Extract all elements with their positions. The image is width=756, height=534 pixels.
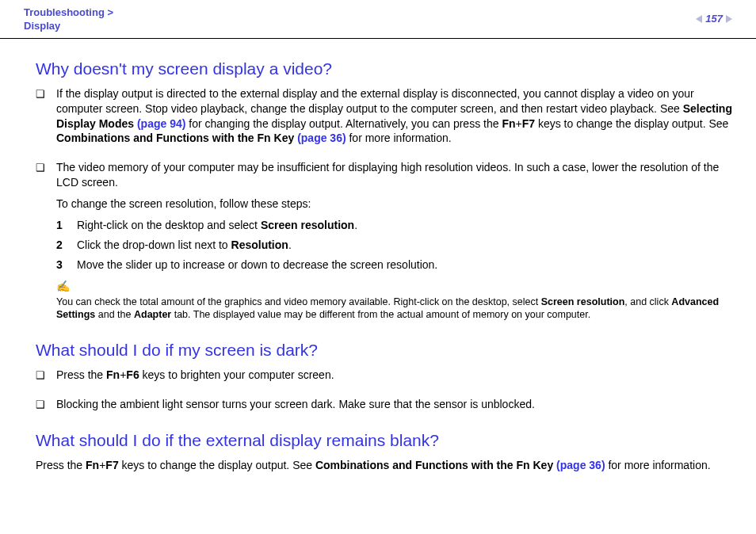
step-row: 2 Click the drop-down list next to Resol… bbox=[56, 238, 732, 253]
next-page-icon[interactable] bbox=[726, 15, 732, 23]
page-nav: 157 bbox=[696, 6, 732, 25]
question-heading-2: What should I do if my screen is dark? bbox=[36, 341, 732, 360]
bullet-body: Press the Fn+F6 keys to brighten your co… bbox=[56, 368, 732, 389]
step-row: 3 Move the slider up to increase or down… bbox=[56, 257, 732, 273]
paragraph: Press the Fn+F6 keys to brighten your co… bbox=[56, 368, 732, 383]
step-text: Right-click on the desktop and select Sc… bbox=[77, 218, 357, 233]
paragraph: Press the Fn+F7 keys to change the displ… bbox=[36, 458, 732, 473]
paragraph: The video memory of your computer may be… bbox=[56, 160, 732, 190]
note-text: You can check the total amount of the gr… bbox=[56, 296, 732, 322]
bullet-body: Blocking the ambient light sensor turns … bbox=[56, 397, 732, 418]
paragraph: To change the screen resolution, follow … bbox=[56, 196, 732, 212]
paragraph: If the display output is directed to the… bbox=[56, 86, 732, 147]
bullet-body: The video memory of your computer may be… bbox=[56, 160, 732, 328]
step-number: 2 bbox=[56, 238, 66, 253]
steps-list: 1 Right-click on the desktop and select … bbox=[56, 218, 732, 273]
step-text: Move the slider up to increase or down t… bbox=[77, 257, 437, 273]
step-number: 1 bbox=[56, 218, 66, 233]
list-item: ❑ Blocking the ambient light sensor turn… bbox=[36, 397, 732, 418]
page-number: 157 bbox=[705, 13, 723, 25]
list-item: ❑ Press the Fn+F6 keys to brighten your … bbox=[36, 368, 732, 389]
page-link-36[interactable]: (page 36) bbox=[297, 132, 346, 144]
step-text: Click the drop-down list next to Resolut… bbox=[77, 238, 292, 253]
breadcrumb: Troubleshooting > Display bbox=[24, 6, 113, 33]
question-heading-3: What should I do if the external display… bbox=[36, 431, 732, 450]
note-icon: ✍ bbox=[56, 279, 732, 294]
step-row: 1 Right-click on the desktop and select … bbox=[56, 218, 732, 233]
bullet-icon: ❑ bbox=[36, 398, 45, 418]
page-link-94[interactable]: (page 94) bbox=[137, 117, 185, 130]
paragraph: Blocking the ambient light sensor turns … bbox=[56, 397, 732, 412]
step-number: 3 bbox=[56, 257, 66, 273]
breadcrumb-bottom: Display bbox=[24, 20, 113, 33]
list-item: ❑ If the display output is directed to t… bbox=[36, 86, 732, 153]
bullet-icon: ❑ bbox=[36, 368, 45, 389]
bullet-body: If the display output is directed to the… bbox=[56, 86, 732, 153]
question-heading-1: Why doesn't my screen display a video? bbox=[36, 59, 732, 78]
bullet-icon: ❑ bbox=[36, 161, 45, 328]
page-header: Troubleshooting > Display 157 bbox=[0, 0, 756, 39]
prev-page-icon[interactable] bbox=[696, 15, 702, 23]
page-link-36b[interactable]: (page 36) bbox=[556, 459, 605, 471]
content-area: Why doesn't my screen display a video? ❑… bbox=[0, 39, 756, 487]
breadcrumb-top: Troubleshooting > bbox=[24, 6, 113, 20]
list-item: ❑ The video memory of your computer may … bbox=[36, 160, 732, 328]
bullet-icon: ❑ bbox=[36, 87, 45, 153]
